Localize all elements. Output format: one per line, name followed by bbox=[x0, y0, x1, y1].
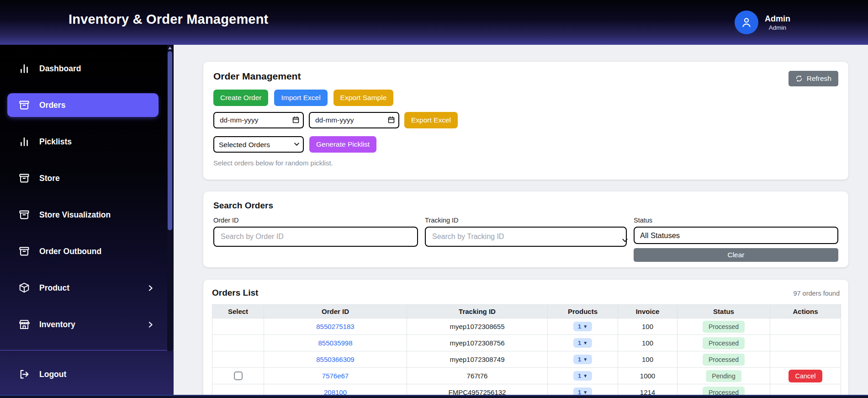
select-cell bbox=[212, 351, 264, 368]
tracking-id-value: myep1072308756 bbox=[450, 339, 504, 347]
search-orders-card: Search Orders Order ID Tracking ID Statu… bbox=[203, 191, 848, 267]
app-title: Inventory & Order Management bbox=[69, 12, 268, 27]
column-header-products: Products bbox=[548, 305, 618, 318]
table-row: 7576e67 767t76 1▼ 1000 Pending Cancel bbox=[212, 368, 841, 384]
generate-picklist-button[interactable]: Generate Picklist bbox=[309, 136, 376, 153]
avatar[interactable] bbox=[735, 11, 758, 34]
sidebar-item-orders[interactable]: Orders bbox=[7, 93, 159, 117]
tracking-id-search-input[interactable] bbox=[425, 227, 627, 247]
invoice-value: 1000 bbox=[640, 372, 655, 380]
archive-icon bbox=[18, 245, 30, 257]
order-management-card: Order Management Refresh Create Order Im… bbox=[203, 62, 848, 180]
bar-chart-icon bbox=[18, 63, 30, 74]
export-excel-button[interactable]: Export Excel bbox=[404, 112, 458, 128]
products-dropdown[interactable]: 1▼ bbox=[573, 371, 592, 381]
order-id-field-group: Order ID bbox=[213, 217, 418, 262]
status-filter-select[interactable]: All Statuses bbox=[634, 227, 838, 244]
refresh-label: Refresh bbox=[807, 74, 831, 83]
cancel-order-button[interactable]: Cancel bbox=[789, 370, 822, 382]
archive-icon bbox=[18, 99, 30, 111]
table-header-row: Select Order ID Tracking ID Products Inv… bbox=[212, 305, 841, 318]
sidebar-item-label: Picklists bbox=[39, 137, 72, 147]
date-from-input[interactable] bbox=[213, 112, 304, 128]
invoice-value: 100 bbox=[642, 356, 653, 363]
products-count: 1 bbox=[578, 356, 582, 363]
sidebar-item-label: Product bbox=[39, 283, 69, 293]
sidebar-item-label: Store Visualization bbox=[39, 210, 111, 220]
products-dropdown[interactable]: 1▼ bbox=[573, 322, 592, 331]
sidebar-item-inventory[interactable]: Inventory bbox=[7, 313, 159, 336]
storefront-icon bbox=[18, 318, 30, 330]
create-order-button[interactable]: Create Order bbox=[213, 90, 268, 106]
order-id-link[interactable]: 855035998 bbox=[318, 339, 352, 347]
picklist-helper-text: Select orders below for random picklist. bbox=[213, 159, 838, 167]
table-row: 8550275183 myep1072308655 1▼ 100 Process… bbox=[212, 318, 841, 335]
sidebar-item-dashboard[interactable]: Dashboard bbox=[7, 57, 159, 80]
select-cell bbox=[212, 335, 264, 351]
invoice-value: 100 bbox=[642, 323, 653, 330]
export-date-row: Export Excel bbox=[213, 112, 838, 128]
status-badge: Processed bbox=[703, 337, 745, 349]
sidebar-item-order-outbound[interactable]: Order Outbound bbox=[7, 239, 159, 263]
scrollbar-up-arrow-icon[interactable] bbox=[168, 47, 172, 49]
order-id-link[interactable]: 8550275183 bbox=[316, 323, 354, 330]
person-icon bbox=[740, 16, 753, 29]
user-role: Admin bbox=[769, 24, 786, 32]
export-sample-button[interactable]: Export Sample bbox=[333, 90, 394, 106]
sidebar-item-label: Orders bbox=[39, 101, 65, 110]
products-dropdown[interactable]: 1▼ bbox=[573, 355, 592, 364]
user-name: Admin bbox=[765, 14, 790, 24]
sidebar-item-product[interactable]: Product bbox=[7, 276, 159, 300]
refresh-button[interactable]: Refresh bbox=[789, 71, 838, 86]
select-cell bbox=[212, 368, 264, 384]
sidebar-item-store-visualization[interactable]: Store Visualization bbox=[7, 203, 159, 227]
chevron-right-icon bbox=[147, 321, 154, 328]
sidebar-item-label: Order Outbound bbox=[39, 247, 101, 256]
picklist-mode-select[interactable]: Selected Orders bbox=[213, 136, 304, 153]
caret-down-icon: ▼ bbox=[583, 374, 587, 378]
column-header-status: Status bbox=[677, 305, 770, 318]
row-select-checkbox[interactable] bbox=[234, 371, 243, 380]
sidebar-item-picklists[interactable]: Picklists bbox=[7, 130, 159, 154]
import-excel-button[interactable]: Import Excel bbox=[274, 90, 327, 106]
status-badge: Processed bbox=[703, 354, 745, 366]
status-badge: Processed bbox=[703, 321, 745, 333]
logout-icon bbox=[18, 368, 30, 380]
products-count: 1 bbox=[578, 323, 582, 330]
sidebar-item-label: Store bbox=[39, 174, 60, 183]
sidebar-scrollbar[interactable] bbox=[167, 45, 173, 351]
orders-list-title: Orders List bbox=[212, 288, 258, 298]
tracking-id-field-group: Tracking ID bbox=[425, 217, 627, 262]
status-badge: Pending bbox=[706, 370, 741, 382]
user-meta: Admin Admin bbox=[765, 14, 790, 32]
products-dropdown[interactable]: 1▼ bbox=[573, 338, 592, 348]
column-header-order-id: Order ID bbox=[264, 305, 407, 318]
bar-chart-icon bbox=[18, 136, 30, 148]
sidebar-scrollbar-thumb[interactable] bbox=[168, 51, 172, 230]
table-row: 855035998 myep1072308756 1▼ 100 Processe… bbox=[212, 335, 841, 351]
chevron-right-icon bbox=[147, 285, 154, 292]
products-count: 1 bbox=[578, 340, 582, 346]
sidebar-item-label: Inventory bbox=[39, 320, 75, 329]
sidebar-item-logout[interactable]: Logout bbox=[7, 362, 159, 386]
column-header-actions: Actions bbox=[770, 305, 841, 318]
actions-cell: Cancel bbox=[770, 368, 841, 384]
order-id-link[interactable]: 7576e67 bbox=[322, 372, 349, 380]
column-header-tracking-id: Tracking ID bbox=[407, 305, 548, 318]
products-count: 1 bbox=[578, 372, 582, 379]
refresh-icon bbox=[795, 75, 803, 82]
sidebar-item-store[interactable]: Store bbox=[7, 166, 159, 190]
sidebar: Dashboard Orders Picklists Store bbox=[0, 45, 174, 398]
clear-filters-button[interactable]: Clear bbox=[634, 248, 838, 262]
user-menu[interactable]: Admin Admin bbox=[735, 11, 790, 34]
sidebar-divider bbox=[0, 350, 174, 350]
box-icon bbox=[18, 282, 30, 294]
order-id-search-input[interactable] bbox=[213, 227, 418, 247]
archive-icon bbox=[18, 172, 30, 184]
tracking-id-value: myep1072308655 bbox=[450, 323, 504, 330]
order-id-label: Order ID bbox=[213, 217, 418, 224]
order-id-link[interactable]: 8550366309 bbox=[316, 356, 354, 363]
status-label: Status bbox=[634, 217, 838, 224]
order-actions-row: Create Order Import Excel Export Sample bbox=[213, 90, 838, 106]
date-to-input[interactable] bbox=[309, 112, 399, 128]
